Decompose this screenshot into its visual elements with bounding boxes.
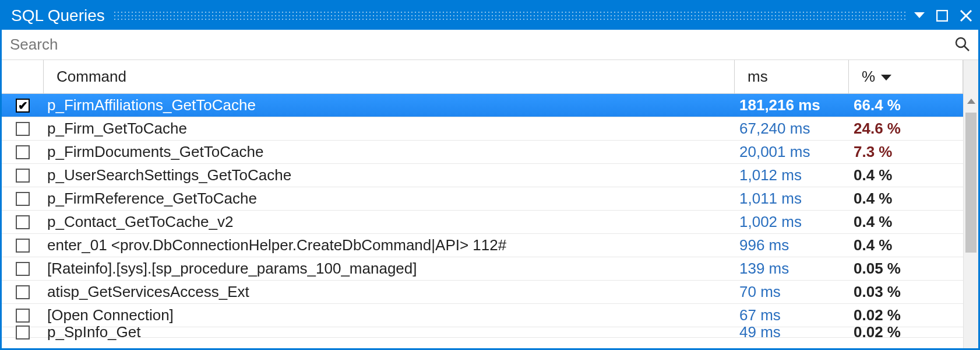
- row-pct: 0.03 %: [849, 283, 963, 301]
- row-checkbox[interactable]: [16, 309, 30, 323]
- svg-line-5: [964, 46, 969, 51]
- row-pct: 0.05 %: [849, 260, 963, 278]
- row-checkbox[interactable]: [16, 285, 30, 299]
- table-row[interactable]: p_Firm_GetToCache67,240 ms24.6 %: [2, 117, 963, 141]
- row-checkbox-cell: [2, 122, 44, 136]
- row-command: p_FirmReference_GetToCache: [44, 190, 735, 208]
- header-ms-label: ms: [748, 68, 768, 86]
- svg-marker-7: [967, 99, 975, 104]
- table-row[interactable]: enter_01 <prov.DbConnectionHelper.Create…: [2, 234, 963, 257]
- search-input[interactable]: [10, 36, 954, 54]
- header-command[interactable]: Command: [44, 60, 735, 93]
- row-ms: 20,001 ms: [735, 143, 849, 161]
- table-row[interactable]: p_SpInfo_Get49 ms0.02 %: [2, 327, 963, 338]
- query-grid: Command ms % p_FirmAffiliations_GetToCac…: [2, 60, 963, 348]
- row-command: p_FirmAffiliations_GetToCache: [44, 96, 735, 114]
- row-ms: 181,216 ms: [735, 96, 849, 114]
- sql-queries-panel: SQL Queries Command ms %: [0, 0, 980, 350]
- row-command: p_SpInfo_Get: [44, 323, 735, 341]
- row-pct: 24.6 %: [849, 120, 963, 138]
- row-pct: 66.4 %: [849, 96, 963, 114]
- row-ms: 67,240 ms: [735, 120, 849, 138]
- svg-point-4: [956, 38, 965, 47]
- row-pct: 0.4 %: [849, 190, 963, 208]
- header-pct-label: %: [862, 68, 875, 86]
- row-checkbox-cell: [2, 99, 44, 113]
- header-ms[interactable]: ms: [735, 60, 849, 93]
- row-checkbox-cell: [2, 309, 44, 323]
- row-ms: 139 ms: [735, 260, 849, 278]
- row-command: p_UserSearchSettings_GetToCache: [44, 166, 735, 184]
- grid-wrap: Command ms % p_FirmAffiliations_GetToCac…: [2, 60, 978, 348]
- row-ms: 1,011 ms: [735, 190, 849, 208]
- row-command: [Rateinfo].[sys].[sp_procedure_params_10…: [44, 260, 735, 278]
- svg-rect-1: [937, 10, 947, 21]
- row-ms: 70 ms: [735, 283, 849, 301]
- header-command-label: Command: [57, 68, 126, 86]
- table-row[interactable]: atisp_GetServicesAccess_Ext70 ms0.03 %: [2, 281, 963, 304]
- row-pct: 0.4 %: [849, 166, 963, 184]
- row-checkbox-cell: [2, 192, 44, 206]
- row-ms: 1,002 ms: [735, 213, 849, 231]
- titlebar-controls: [914, 9, 972, 22]
- row-checkbox[interactable]: [16, 122, 30, 136]
- svg-marker-6: [881, 75, 891, 80]
- row-pct: 0.4 %: [849, 236, 963, 254]
- row-pct: 0.02 %: [849, 306, 963, 324]
- dropdown-icon[interactable]: [914, 12, 925, 19]
- panel-title: SQL Queries: [11, 6, 105, 25]
- row-checkbox[interactable]: [16, 215, 30, 229]
- header-pct[interactable]: %: [849, 60, 963, 93]
- row-checkbox[interactable]: [16, 239, 30, 253]
- row-ms: 996 ms: [735, 236, 849, 254]
- row-ms: 67 ms: [735, 306, 849, 324]
- row-ms: 1,012 ms: [735, 166, 849, 184]
- search-bar: [2, 30, 978, 60]
- row-command: atisp_GetServicesAccess_Ext: [44, 283, 735, 301]
- row-command: p_Firm_GetToCache: [44, 120, 735, 138]
- row-checkbox[interactable]: [16, 99, 30, 113]
- header-checkbox-col: [2, 60, 44, 93]
- row-ms: 49 ms: [735, 323, 849, 341]
- row-checkbox-cell: [2, 262, 44, 276]
- table-row[interactable]: p_UserSearchSettings_GetToCache1,012 ms0…: [2, 164, 963, 187]
- row-checkbox-cell: [2, 285, 44, 299]
- search-icon[interactable]: [954, 36, 970, 54]
- row-checkbox[interactable]: [16, 145, 30, 159]
- scrollbar-thumb[interactable]: [965, 113, 977, 253]
- close-icon[interactable]: [960, 9, 972, 22]
- row-command: p_Contact_GetToCache_v2: [44, 213, 735, 231]
- titlebar-grip[interactable]: [113, 10, 906, 21]
- row-checkbox[interactable]: [16, 192, 30, 206]
- row-checkbox[interactable]: [16, 262, 30, 276]
- row-checkbox[interactable]: [16, 326, 30, 340]
- table-row[interactable]: [Rateinfo].[sys].[sp_procedure_params_10…: [2, 257, 963, 281]
- scroll-up-icon[interactable]: [964, 94, 978, 109]
- row-checkbox-cell: [2, 239, 44, 253]
- table-row[interactable]: p_FirmReference_GetToCache1,011 ms0.4 %: [2, 187, 963, 211]
- row-command: enter_01 <prov.DbConnectionHelper.Create…: [44, 236, 735, 254]
- table-row[interactable]: p_FirmAffiliations_GetToCache181,216 ms6…: [2, 94, 963, 117]
- svg-marker-0: [914, 12, 925, 18]
- rows-container: p_FirmAffiliations_GetToCache181,216 ms6…: [2, 94, 963, 348]
- table-row[interactable]: p_Contact_GetToCache_v21,002 ms0.4 %: [2, 211, 963, 234]
- row-pct: 7.3 %: [849, 143, 963, 161]
- row-checkbox-cell: [2, 326, 44, 340]
- vertical-scrollbar[interactable]: [963, 60, 978, 348]
- titlebar: SQL Queries: [2, 2, 978, 30]
- row-pct: 0.4 %: [849, 213, 963, 231]
- row-checkbox-cell: [2, 169, 44, 183]
- sort-desc-icon: [881, 68, 891, 86]
- table-row[interactable]: p_FirmDocuments_GetToCache20,001 ms7.3 %: [2, 141, 963, 164]
- row-checkbox-cell: [2, 215, 44, 229]
- maximize-icon[interactable]: [936, 10, 948, 22]
- row-command: [Open Connection]: [44, 306, 735, 324]
- row-checkbox-cell: [2, 145, 44, 159]
- row-checkbox[interactable]: [16, 169, 30, 183]
- header-row: Command ms %: [2, 60, 963, 94]
- row-pct: 0.02 %: [849, 323, 963, 341]
- row-command: p_FirmDocuments_GetToCache: [44, 143, 735, 161]
